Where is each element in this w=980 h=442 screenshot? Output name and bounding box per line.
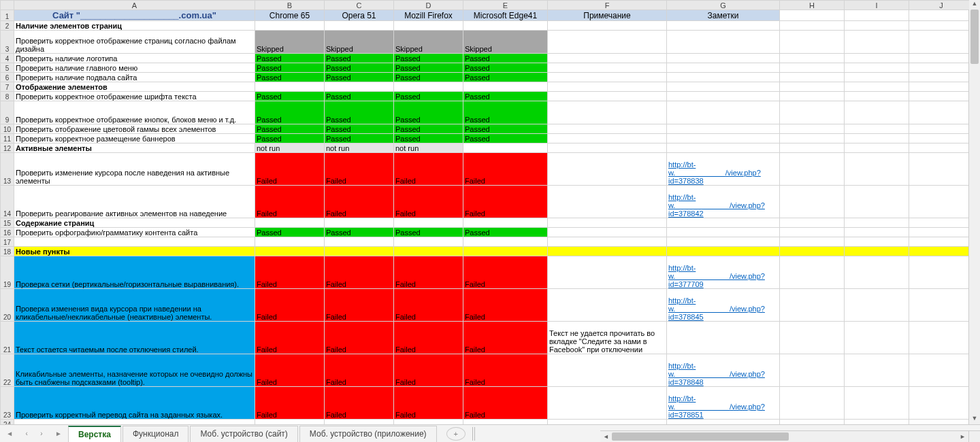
cell[interactable]: Skipped xyxy=(394,31,463,54)
cell[interactable] xyxy=(255,237,325,247)
cell[interactable]: Отображение элементов xyxy=(14,82,255,92)
scroll-up-button[interactable]: ▲ xyxy=(969,0,980,10)
grid[interactable]: A B C D E F G H I J 1Сайт "_____________… xyxy=(0,0,974,424)
cell[interactable] xyxy=(909,101,974,124)
cell[interactable] xyxy=(780,143,845,153)
cell[interactable]: Failed xyxy=(325,354,394,387)
scroll-thumb-vertical[interactable] xyxy=(970,10,979,64)
cell[interactable] xyxy=(463,420,548,425)
cell[interactable] xyxy=(845,153,909,186)
link[interactable]: http://bt-w._____________/view.php?id=37… xyxy=(668,362,765,386)
tab-next-icon[interactable]: › xyxy=(40,430,42,437)
cell[interactable] xyxy=(548,387,667,420)
row-header[interactable]: 12 xyxy=(1,143,14,153)
row-header[interactable]: 7 xyxy=(1,82,14,92)
cell[interactable] xyxy=(548,134,667,143)
cell[interactable]: Passed xyxy=(325,124,394,134)
cell[interactable]: Passed xyxy=(394,92,463,101)
cell[interactable] xyxy=(909,54,974,63)
cell[interactable] xyxy=(845,92,909,101)
cell[interactable]: Passed xyxy=(255,92,325,101)
cell[interactable] xyxy=(548,153,667,186)
cell[interactable] xyxy=(909,82,974,92)
cell[interactable]: Failed xyxy=(325,387,394,420)
cell[interactable] xyxy=(845,289,909,322)
cell[interactable] xyxy=(780,63,845,73)
cell[interactable]: Новые пункты xyxy=(14,247,255,256)
cell[interactable]: not run xyxy=(325,143,394,153)
tab-first-icon[interactable]: ◄ xyxy=(6,430,13,437)
cell[interactable]: Failed xyxy=(255,354,325,387)
cell[interactable]: Failed xyxy=(255,387,325,420)
cell[interactable] xyxy=(548,21,667,31)
cell[interactable] xyxy=(667,101,780,124)
cell[interactable]: Примечание xyxy=(548,10,667,21)
cell[interactable]: not run xyxy=(255,143,325,153)
cell[interactable] xyxy=(14,420,255,425)
cell[interactable] xyxy=(909,63,974,73)
cell[interactable]: Skipped xyxy=(325,31,394,54)
cell[interactable] xyxy=(667,143,780,153)
row-header[interactable]: 6 xyxy=(1,73,14,82)
cell[interactable]: Passed xyxy=(325,101,394,124)
row-header[interactable]: 5 xyxy=(1,63,14,73)
cell[interactable]: Failed xyxy=(325,186,394,218)
cell[interactable] xyxy=(548,143,667,153)
cell[interactable] xyxy=(780,186,845,218)
cell[interactable]: Проверка сетки (вертикальные/горизонталь… xyxy=(14,256,255,289)
cell[interactable] xyxy=(780,256,845,289)
cell[interactable] xyxy=(325,218,394,228)
cell[interactable] xyxy=(845,73,909,82)
cell[interactable]: Failed xyxy=(463,153,548,186)
cell[interactable]: Кликабильные элементы, назначение которы… xyxy=(14,354,255,387)
cell[interactable] xyxy=(845,31,909,54)
cell[interactable] xyxy=(780,101,845,124)
cell[interactable] xyxy=(909,354,974,387)
cell[interactable]: Failed xyxy=(463,256,548,289)
row-header[interactable]: 3 xyxy=(1,31,14,54)
cell[interactable] xyxy=(780,134,845,143)
cell[interactable] xyxy=(909,387,974,420)
cell[interactable]: Failed xyxy=(325,289,394,322)
cell[interactable] xyxy=(845,134,909,143)
cell[interactable] xyxy=(667,54,780,63)
link[interactable]: http://bt-w._____________/view.php?id=37… xyxy=(668,264,765,288)
cell[interactable]: Passed xyxy=(325,92,394,101)
row-header[interactable]: 17 xyxy=(1,237,14,247)
cell[interactable]: Проверить наличие главного меню xyxy=(14,63,255,73)
cell[interactable] xyxy=(909,143,974,153)
cell[interactable] xyxy=(780,420,845,425)
cell[interactable] xyxy=(548,54,667,63)
cell[interactable]: Проверить корректное размещение баннеров xyxy=(14,134,255,143)
cell[interactable] xyxy=(548,31,667,54)
cell[interactable] xyxy=(909,186,974,218)
row-header[interactable]: 20 xyxy=(1,289,14,322)
cell[interactable]: Проверить корректное отображение шрифта … xyxy=(14,92,255,101)
cell[interactable]: Failed xyxy=(255,153,325,186)
cell[interactable] xyxy=(548,101,667,124)
cell[interactable] xyxy=(325,237,394,247)
cell[interactable]: Passed xyxy=(463,228,548,237)
cell[interactable]: Passed xyxy=(463,73,548,82)
cell[interactable]: Mozill Firefox xyxy=(394,10,463,21)
cell[interactable]: Passed xyxy=(255,63,325,73)
cell[interactable]: Passed xyxy=(325,228,394,237)
col-header[interactable]: F xyxy=(548,1,667,10)
scroll-down-button[interactable]: ▼ xyxy=(969,413,980,424)
cell[interactable] xyxy=(463,237,548,247)
cell[interactable] xyxy=(255,218,325,228)
cell[interactable] xyxy=(909,420,974,425)
cell[interactable]: Passed xyxy=(463,134,548,143)
cell[interactable]: Failed xyxy=(394,322,463,354)
cell[interactable] xyxy=(325,420,394,425)
cell[interactable]: Passed xyxy=(325,134,394,143)
cell[interactable]: http://bt-w._____________/view.php?id=37… xyxy=(667,387,780,420)
cell[interactable]: Passed xyxy=(255,101,325,124)
row-header[interactable]: 4 xyxy=(1,54,14,63)
cell[interactable]: not run xyxy=(394,143,463,153)
cell[interactable]: Failed xyxy=(463,354,548,387)
cell[interactable]: Проверить реагирование активных элементо… xyxy=(14,186,255,218)
cell[interactable] xyxy=(909,10,974,21)
tab-prev-icon[interactable]: ‹ xyxy=(25,430,27,437)
cell[interactable]: Проверить корректное отображение кнопок,… xyxy=(14,101,255,124)
